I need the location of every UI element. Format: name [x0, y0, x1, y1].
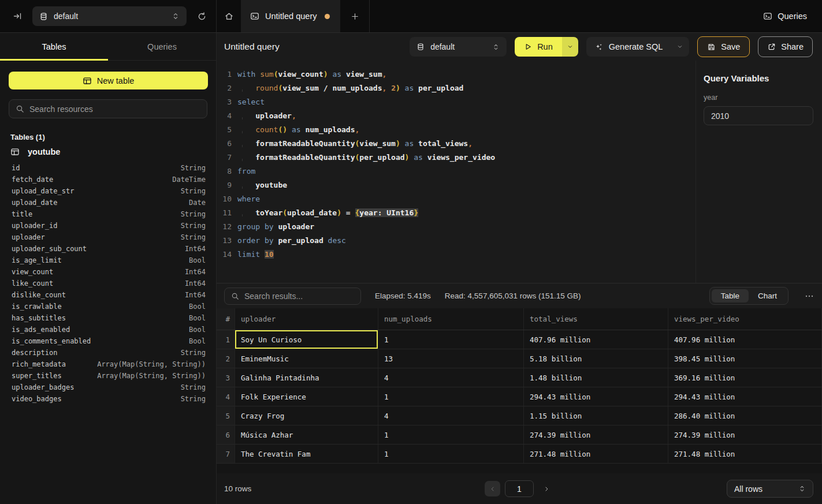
- sql-token: toYear: [255, 208, 282, 217]
- column-header[interactable]: num_uploads: [378, 308, 524, 330]
- run-options-button[interactable]: [562, 37, 578, 57]
- share-button-label: Share: [781, 42, 804, 51]
- table-cell[interactable]: 398.45 million: [668, 349, 822, 368]
- previous-page-button[interactable]: [485, 481, 500, 496]
- query-title: Untitled query: [224, 42, 280, 52]
- page-size-select[interactable]: All rows: [727, 480, 813, 498]
- row-index: 6: [217, 425, 235, 444]
- code-line: 13order by per_upload desc: [217, 234, 695, 248]
- view-toggle-chart[interactable]: Chart: [749, 289, 786, 303]
- page-size-value: All rows: [734, 484, 763, 494]
- table-column-row: video_badgesString: [12, 393, 206, 405]
- queries-button[interactable]: Queries: [763, 12, 807, 21]
- table-cell[interactable]: 369.16 million: [668, 368, 822, 387]
- variable-input-year[interactable]: [704, 106, 813, 125]
- sql-token: total_views: [418, 139, 468, 148]
- table-cell[interactable]: Folk Experience: [235, 387, 378, 406]
- table-cell[interactable]: 5.18 billion: [524, 349, 668, 368]
- results-table: #uploadernum_uploadstotal_viewsviews_per…: [217, 308, 822, 473]
- column-type: String: [181, 222, 206, 230]
- toolbar-connection-select[interactable]: default: [410, 37, 507, 57]
- code-line: 8from: [217, 165, 695, 178]
- table-cell[interactable]: EminemMusic: [235, 349, 378, 368]
- column-type: Array(Map(String, String)): [97, 360, 206, 368]
- current-page[interactable]: 1: [505, 480, 534, 497]
- table-cell[interactable]: Crazy Frog: [235, 406, 378, 425]
- app-root: default Untitled query: [0, 0, 822, 504]
- new-table-button[interactable]: New table: [9, 72, 208, 89]
- results-search-input[interactable]: [244, 292, 354, 301]
- new-tab-button[interactable]: [340, 0, 369, 32]
- table-cell[interactable]: 1.15 billion: [524, 406, 668, 425]
- table-cell[interactable]: 271.48 million: [524, 445, 668, 463]
- table-cell[interactable]: 286.40 million: [668, 406, 822, 425]
- table-cell[interactable]: 294.43 million: [524, 387, 668, 406]
- home-button[interactable]: [217, 0, 241, 32]
- pagination: 1: [485, 480, 554, 497]
- refresh-button[interactable]: [197, 12, 207, 21]
- top-bar: default Untitled query: [0, 0, 822, 33]
- view-toggle-table[interactable]: Table: [712, 289, 749, 303]
- sql-token: uploader: [278, 222, 314, 231]
- table-cell[interactable]: 1.48 billion: [524, 368, 668, 387]
- share-button[interactable]: Share: [758, 36, 813, 57]
- results-menu-button[interactable]: [805, 292, 814, 301]
- code-content: toYear(upload_date) = {year: UInt16}: [237, 206, 418, 220]
- sql-editor[interactable]: 1with sum(view_count) as view_sum,2round…: [217, 61, 696, 283]
- column-header[interactable]: views_per_video: [668, 308, 822, 330]
- column-type: String: [181, 349, 206, 357]
- table-cell[interactable]: 4: [378, 406, 524, 425]
- table-name: youtube: [28, 147, 60, 156]
- sidebar-table-youtube[interactable]: youtube: [10, 147, 206, 156]
- collapse-sidebar-button[interactable]: [13, 12, 22, 21]
- table-column-row: uploader_sub_countInt64: [12, 243, 206, 255]
- code-line: 2round(view_sum / num_uploads, 2) as per…: [217, 81, 695, 95]
- table-cell[interactable]: Soy Un Curioso: [235, 330, 378, 349]
- table-cell[interactable]: 274.39 million: [524, 425, 668, 444]
- table-cell[interactable]: 1: [378, 330, 524, 349]
- row-index: 3: [217, 368, 235, 387]
- table-cell[interactable]: 407.96 million: [524, 330, 668, 349]
- line-number: 2: [217, 81, 237, 95]
- table-column-row: uploader_idString: [12, 220, 206, 232]
- home-icon: [224, 12, 234, 21]
- column-name: is_comments_enabled: [12, 337, 91, 345]
- table-cell[interactable]: 271.48 million: [668, 445, 822, 463]
- next-page-button[interactable]: [538, 481, 554, 496]
- sql-token: views_per_video: [427, 153, 495, 162]
- column-header[interactable]: uploader: [235, 308, 378, 330]
- table-cell[interactable]: 274.39 million: [668, 425, 822, 444]
- column-name: dislike_count: [12, 291, 66, 299]
- table-cell[interactable]: Música Azhar: [235, 425, 378, 444]
- tab-untitled-query[interactable]: Untitled query: [241, 0, 340, 32]
- table-cell[interactable]: 1: [378, 425, 524, 444]
- resources-search-input[interactable]: [29, 104, 200, 114]
- table-cell[interactable]: 294.43 million: [668, 387, 822, 406]
- results-search[interactable]: [224, 288, 361, 305]
- column-name: description: [12, 349, 57, 357]
- table-cell[interactable]: The Crevatin Fam: [235, 445, 378, 463]
- search-icon: [16, 104, 24, 113]
- table-cell[interactable]: 4: [378, 368, 524, 387]
- column-name: uploader_sub_count: [12, 245, 87, 253]
- table-cell[interactable]: 13: [378, 349, 524, 368]
- sidebar-tab-queries[interactable]: Queries: [108, 33, 216, 60]
- column-type: Bool: [189, 326, 206, 334]
- resources-search[interactable]: [9, 99, 207, 118]
- connection-select[interactable]: default: [32, 6, 187, 26]
- table-column-row: view_countInt64: [12, 266, 206, 278]
- sidebar-tab-tables[interactable]: Tables: [0, 33, 108, 60]
- table-cell[interactable]: 1: [378, 445, 524, 463]
- sql-token: with: [237, 70, 260, 79]
- new-table-label: New table: [97, 76, 134, 85]
- table-cell[interactable]: 407.96 million: [668, 330, 822, 349]
- table-cell[interactable]: 1: [378, 387, 524, 406]
- query-variables-title: Query Variables: [704, 73, 813, 83]
- generate-sql-options-button[interactable]: [671, 37, 689, 57]
- run-button[interactable]: Run: [515, 37, 562, 57]
- table-cell[interactable]: Galinha Pintadinha: [235, 368, 378, 387]
- column-header[interactable]: total_views: [524, 308, 668, 330]
- sql-token: ): [396, 84, 400, 92]
- save-button[interactable]: Save: [697, 36, 750, 57]
- generate-sql-button[interactable]: Generate SQL: [586, 37, 671, 57]
